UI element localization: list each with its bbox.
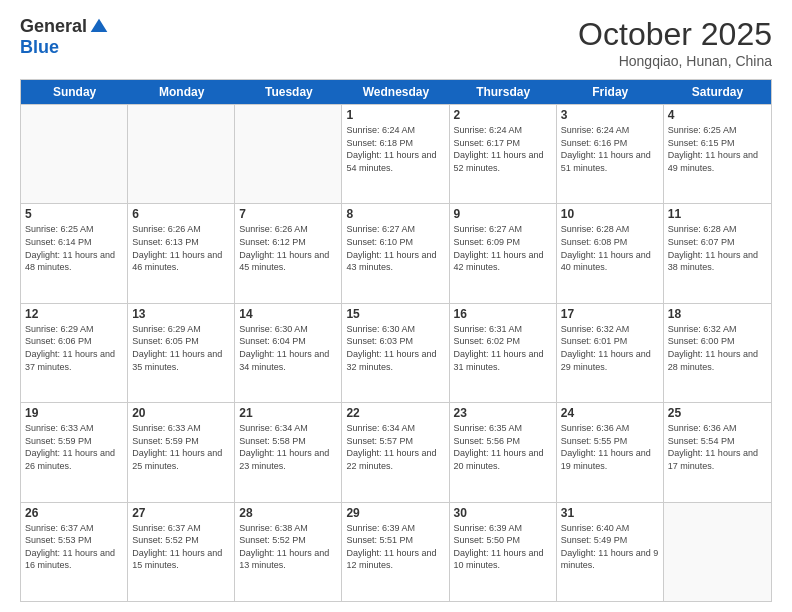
calendar-day-cell: 16Sunrise: 6:31 AM Sunset: 6:02 PM Dayli… [450, 304, 557, 402]
calendar-day-cell: 31Sunrise: 6:40 AM Sunset: 5:49 PM Dayli… [557, 503, 664, 601]
day-number: 11 [668, 207, 767, 221]
day-number: 30 [454, 506, 552, 520]
day-info: Sunrise: 6:25 AM Sunset: 6:14 PM Dayligh… [25, 223, 123, 273]
day-info: Sunrise: 6:40 AM Sunset: 5:49 PM Dayligh… [561, 522, 659, 572]
day-info: Sunrise: 6:24 AM Sunset: 6:16 PM Dayligh… [561, 124, 659, 174]
day-number: 21 [239, 406, 337, 420]
day-info: Sunrise: 6:34 AM Sunset: 5:58 PM Dayligh… [239, 422, 337, 472]
title-area: October 2025 Hongqiao, Hunan, China [578, 16, 772, 69]
calendar-day-cell: 6Sunrise: 6:26 AM Sunset: 6:13 PM Daylig… [128, 204, 235, 302]
calendar: SundayMondayTuesdayWednesdayThursdayFrid… [20, 79, 772, 602]
day-number: 1 [346, 108, 444, 122]
calendar-body: 1Sunrise: 6:24 AM Sunset: 6:18 PM Daylig… [21, 104, 771, 601]
day-info: Sunrise: 6:37 AM Sunset: 5:52 PM Dayligh… [132, 522, 230, 572]
day-info: Sunrise: 6:27 AM Sunset: 6:10 PM Dayligh… [346, 223, 444, 273]
day-number: 17 [561, 307, 659, 321]
calendar-day-cell: 30Sunrise: 6:39 AM Sunset: 5:50 PM Dayli… [450, 503, 557, 601]
day-info: Sunrise: 6:24 AM Sunset: 6:18 PM Dayligh… [346, 124, 444, 174]
day-number: 15 [346, 307, 444, 321]
logo: General Blue [20, 16, 109, 58]
calendar-week-row: 1Sunrise: 6:24 AM Sunset: 6:18 PM Daylig… [21, 104, 771, 203]
calendar-day-cell: 29Sunrise: 6:39 AM Sunset: 5:51 PM Dayli… [342, 503, 449, 601]
calendar-day-cell: 18Sunrise: 6:32 AM Sunset: 6:00 PM Dayli… [664, 304, 771, 402]
svg-marker-0 [91, 18, 108, 31]
day-number: 7 [239, 207, 337, 221]
calendar-day-cell: 10Sunrise: 6:28 AM Sunset: 6:08 PM Dayli… [557, 204, 664, 302]
calendar-day-cell: 21Sunrise: 6:34 AM Sunset: 5:58 PM Dayli… [235, 403, 342, 501]
day-of-week-header: Friday [557, 80, 664, 104]
calendar-day-cell: 19Sunrise: 6:33 AM Sunset: 5:59 PM Dayli… [21, 403, 128, 501]
day-info: Sunrise: 6:25 AM Sunset: 6:15 PM Dayligh… [668, 124, 767, 174]
day-of-week-header: Wednesday [342, 80, 449, 104]
day-info: Sunrise: 6:27 AM Sunset: 6:09 PM Dayligh… [454, 223, 552, 273]
day-info: Sunrise: 6:34 AM Sunset: 5:57 PM Dayligh… [346, 422, 444, 472]
calendar-day-cell: 7Sunrise: 6:26 AM Sunset: 6:12 PM Daylig… [235, 204, 342, 302]
day-of-week-header: Tuesday [235, 80, 342, 104]
day-info: Sunrise: 6:39 AM Sunset: 5:50 PM Dayligh… [454, 522, 552, 572]
day-number: 14 [239, 307, 337, 321]
header: General Blue October 2025 Hongqiao, Huna… [20, 16, 772, 69]
month-title: October 2025 [578, 16, 772, 53]
calendar-week-row: 26Sunrise: 6:37 AM Sunset: 5:53 PM Dayli… [21, 502, 771, 601]
logo-text: General [20, 16, 109, 37]
day-number: 8 [346, 207, 444, 221]
location-subtitle: Hongqiao, Hunan, China [578, 53, 772, 69]
day-info: Sunrise: 6:29 AM Sunset: 6:05 PM Dayligh… [132, 323, 230, 373]
day-info: Sunrise: 6:33 AM Sunset: 5:59 PM Dayligh… [132, 422, 230, 472]
calendar-day-cell: 12Sunrise: 6:29 AM Sunset: 6:06 PM Dayli… [21, 304, 128, 402]
day-number: 9 [454, 207, 552, 221]
day-number: 4 [668, 108, 767, 122]
day-info: Sunrise: 6:30 AM Sunset: 6:04 PM Dayligh… [239, 323, 337, 373]
logo-icon [89, 17, 109, 37]
day-info: Sunrise: 6:32 AM Sunset: 6:01 PM Dayligh… [561, 323, 659, 373]
day-number: 20 [132, 406, 230, 420]
calendar-week-row: 5Sunrise: 6:25 AM Sunset: 6:14 PM Daylig… [21, 203, 771, 302]
calendar-day-cell: 25Sunrise: 6:36 AM Sunset: 5:54 PM Dayli… [664, 403, 771, 501]
calendar-day-cell: 22Sunrise: 6:34 AM Sunset: 5:57 PM Dayli… [342, 403, 449, 501]
calendar-day-cell: 27Sunrise: 6:37 AM Sunset: 5:52 PM Dayli… [128, 503, 235, 601]
day-info: Sunrise: 6:36 AM Sunset: 5:54 PM Dayligh… [668, 422, 767, 472]
day-info: Sunrise: 6:28 AM Sunset: 6:07 PM Dayligh… [668, 223, 767, 273]
calendar-day-cell: 4Sunrise: 6:25 AM Sunset: 6:15 PM Daylig… [664, 105, 771, 203]
day-info: Sunrise: 6:29 AM Sunset: 6:06 PM Dayligh… [25, 323, 123, 373]
day-info: Sunrise: 6:31 AM Sunset: 6:02 PM Dayligh… [454, 323, 552, 373]
day-number: 27 [132, 506, 230, 520]
day-number: 16 [454, 307, 552, 321]
day-info: Sunrise: 6:30 AM Sunset: 6:03 PM Dayligh… [346, 323, 444, 373]
day-number: 25 [668, 406, 767, 420]
day-number: 2 [454, 108, 552, 122]
calendar-week-row: 19Sunrise: 6:33 AM Sunset: 5:59 PM Dayli… [21, 402, 771, 501]
calendar-day-cell: 23Sunrise: 6:35 AM Sunset: 5:56 PM Dayli… [450, 403, 557, 501]
day-number: 22 [346, 406, 444, 420]
calendar-day-cell: 13Sunrise: 6:29 AM Sunset: 6:05 PM Dayli… [128, 304, 235, 402]
day-info: Sunrise: 6:33 AM Sunset: 5:59 PM Dayligh… [25, 422, 123, 472]
calendar-day-cell [128, 105, 235, 203]
day-info: Sunrise: 6:26 AM Sunset: 6:13 PM Dayligh… [132, 223, 230, 273]
day-info: Sunrise: 6:36 AM Sunset: 5:55 PM Dayligh… [561, 422, 659, 472]
calendar-header: SundayMondayTuesdayWednesdayThursdayFrid… [21, 80, 771, 104]
calendar-day-cell: 14Sunrise: 6:30 AM Sunset: 6:04 PM Dayli… [235, 304, 342, 402]
calendar-day-cell: 24Sunrise: 6:36 AM Sunset: 5:55 PM Dayli… [557, 403, 664, 501]
day-info: Sunrise: 6:37 AM Sunset: 5:53 PM Dayligh… [25, 522, 123, 572]
day-info: Sunrise: 6:39 AM Sunset: 5:51 PM Dayligh… [346, 522, 444, 572]
day-info: Sunrise: 6:24 AM Sunset: 6:17 PM Dayligh… [454, 124, 552, 174]
logo-general: General [20, 16, 87, 37]
day-of-week-header: Sunday [21, 80, 128, 104]
day-info: Sunrise: 6:38 AM Sunset: 5:52 PM Dayligh… [239, 522, 337, 572]
day-number: 19 [25, 406, 123, 420]
calendar-day-cell: 8Sunrise: 6:27 AM Sunset: 6:10 PM Daylig… [342, 204, 449, 302]
calendar-day-cell: 20Sunrise: 6:33 AM Sunset: 5:59 PM Dayli… [128, 403, 235, 501]
calendar-day-cell: 2Sunrise: 6:24 AM Sunset: 6:17 PM Daylig… [450, 105, 557, 203]
day-number: 6 [132, 207, 230, 221]
calendar-day-cell [21, 105, 128, 203]
day-info: Sunrise: 6:28 AM Sunset: 6:08 PM Dayligh… [561, 223, 659, 273]
calendar-day-cell: 3Sunrise: 6:24 AM Sunset: 6:16 PM Daylig… [557, 105, 664, 203]
calendar-day-cell: 28Sunrise: 6:38 AM Sunset: 5:52 PM Dayli… [235, 503, 342, 601]
day-number: 23 [454, 406, 552, 420]
day-number: 26 [25, 506, 123, 520]
calendar-day-cell: 15Sunrise: 6:30 AM Sunset: 6:03 PM Dayli… [342, 304, 449, 402]
calendar-day-cell: 5Sunrise: 6:25 AM Sunset: 6:14 PM Daylig… [21, 204, 128, 302]
day-info: Sunrise: 6:35 AM Sunset: 5:56 PM Dayligh… [454, 422, 552, 472]
day-of-week-header: Thursday [450, 80, 557, 104]
calendar-day-cell: 11Sunrise: 6:28 AM Sunset: 6:07 PM Dayli… [664, 204, 771, 302]
